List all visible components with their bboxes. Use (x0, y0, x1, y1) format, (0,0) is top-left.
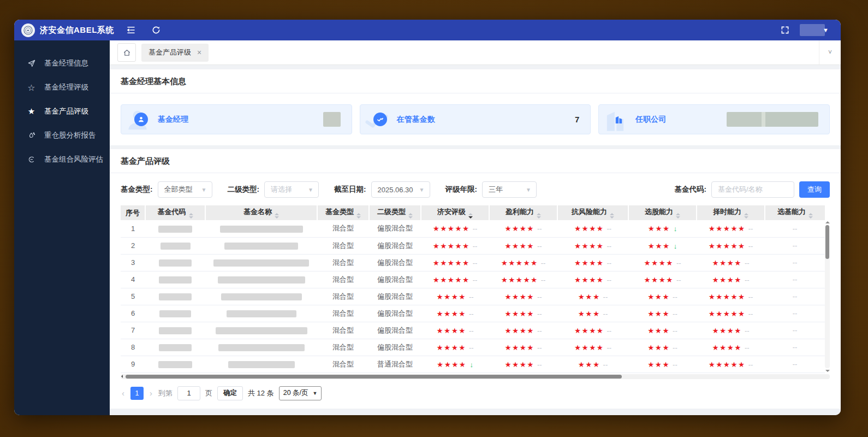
cell-fund-type: 混合型 (317, 356, 369, 373)
column-header[interactable]: 择时能力 (697, 205, 765, 220)
table-row[interactable]: 9混合型普通混合型★★★★↓★★★★--★★★--★★★--★★★★★---- (121, 356, 825, 373)
trend-down-icon: ↓ (674, 242, 677, 250)
table-row[interactable]: 6混合型偏股混合型★★★★--★★★★--★★★--★★★--★★★★★---- (121, 305, 825, 322)
tab-close-icon[interactable]: × (197, 48, 201, 57)
cell-fund-subtype: 偏股混合型 (369, 322, 421, 339)
tab-label: 基金产品评级 (148, 48, 191, 57)
collapse-menu-icon[interactable] (126, 25, 136, 35)
select-caret-icon: ▼ (313, 391, 318, 396)
star-rating: ★★★ (647, 293, 670, 301)
table-row[interactable]: 2混合型偏股混合型★★★★★--★★★★--★★★★--★★★↓★★★★★---… (121, 237, 825, 254)
column-header[interactable]: 济安评级 (421, 205, 489, 220)
horizontal-scroll-thumb[interactable] (126, 375, 622, 379)
tab-fund-product-rating[interactable]: 基金产品评级 × (141, 44, 209, 62)
cell-fund-code-redacted (145, 305, 205, 322)
trend-none: -- (607, 242, 611, 250)
sidebar-item[interactable]: ☆基金经理评级 (14, 75, 110, 99)
cell-timing-rating: ★★★★-- (697, 271, 765, 288)
building-icon (612, 113, 626, 126)
star-rating: ★★★★ (437, 361, 466, 369)
star-rating: ★★★★ (504, 293, 534, 301)
column-header[interactable]: 抗风险能力 (557, 205, 628, 220)
sort-icon[interactable] (676, 213, 680, 218)
column-header[interactable]: 盈利能力 (489, 205, 557, 220)
column-header[interactable]: 选基能力 (765, 205, 825, 220)
cell-timing-rating: ★★★★-- (697, 339, 765, 356)
table-row[interactable]: 1混合型偏股混合型★★★★★--★★★★--★★★★--★★★↓★★★★★---… (121, 220, 825, 237)
star-rating: ★★★★ (574, 242, 604, 250)
fund-code-input[interactable]: 基金代码/名称 (711, 181, 794, 198)
sort-icon[interactable] (808, 213, 813, 218)
sort-icon[interactable] (744, 213, 748, 218)
cell-stock-rating: ★★★-- (628, 288, 697, 305)
refresh-icon[interactable] (151, 25, 161, 35)
page-size-select[interactable]: 20 条/页 ▼ (279, 386, 322, 400)
sort-icon[interactable] (275, 213, 279, 218)
home-icon (123, 49, 131, 57)
cell-jian-rating: ★★★★★-- (421, 271, 489, 288)
prev-page-button[interactable]: ‹ (121, 388, 126, 398)
cell-fund-subtype: 偏股混合型 (369, 237, 421, 254)
table-row[interactable]: 7混合型偏股混合型★★★★--★★★★--★★★★--★★★--★★★★---- (121, 322, 825, 339)
column-header[interactable]: 基金类型 (317, 205, 369, 220)
filter-select[interactable]: 请选择▼ (264, 181, 319, 198)
sidebar-item[interactable]: 重仓股分析报告 (14, 123, 110, 147)
cell-profit-rating: ★★★★-- (489, 288, 557, 305)
tabbar-dropdown-icon[interactable]: ˅ (819, 40, 841, 64)
vertical-scrollbar[interactable] (825, 221, 830, 372)
star-rating: ★★★★★ (433, 225, 470, 233)
trend-none: -- (469, 293, 474, 301)
filter-select-value: 三年 (489, 185, 503, 194)
sort-icon[interactable] (356, 213, 361, 218)
star-rating: ★★★★★ (709, 293, 746, 301)
sort-icon[interactable] (610, 213, 614, 218)
filter-group: 二级类型:请选择▼ (228, 181, 319, 198)
fullscreen-icon[interactable] (780, 25, 790, 35)
horizontal-scrollbar[interactable] (121, 374, 830, 379)
cell-risk-rating: ★★★★-- (557, 339, 628, 356)
home-tab-button[interactable] (117, 43, 136, 62)
star-rating: ★★★★★ (709, 310, 746, 318)
star-rating: ★★★★ (574, 276, 604, 284)
cell-profit-rating: ★★★★-- (489, 356, 557, 373)
star-rating: ★★★ (647, 310, 670, 318)
app-title: 济安金信ABEL系统 (40, 25, 114, 36)
search-button[interactable]: 查询 (799, 181, 830, 198)
filter-group: 截至日期:2025.06.30▼ (334, 181, 430, 198)
confirm-page-button[interactable]: 确定 (217, 386, 243, 400)
sidebar-item[interactable]: ★基金产品评级 (14, 99, 110, 123)
column-header[interactable]: 选股能力 (628, 205, 697, 220)
cell-risk-rating: ★★★★-- (557, 237, 628, 254)
vertical-scroll-thumb[interactable] (825, 225, 829, 259)
next-page-button[interactable]: › (148, 388, 153, 398)
page-1-button[interactable]: 1 (130, 387, 144, 400)
chevron-down-icon: ▼ (308, 187, 313, 193)
send-icon (27, 59, 36, 68)
cell-fund-select-rating: -- (765, 220, 825, 237)
scroll-left-icon[interactable] (121, 375, 123, 378)
cell-profit-rating: ★★★★-- (489, 305, 557, 322)
sidebar-item[interactable]: 基金经理信息 (14, 51, 110, 75)
page-jump-input[interactable]: 1 (177, 386, 200, 400)
table-row[interactable]: 3混合型偏股混合型★★★★★--★★★★★--★★★★--★★★★--★★★★-… (121, 254, 825, 271)
sort-icon[interactable] (189, 213, 193, 218)
scroll-up-icon[interactable] (825, 221, 830, 223)
sort-icon[interactable] (537, 213, 541, 218)
scroll-down-icon[interactable] (825, 370, 830, 372)
table-row[interactable]: 5混合型偏股混合型★★★★--★★★★--★★★--★★★--★★★★★---- (121, 288, 825, 305)
filter-select[interactable]: 三年▼ (482, 181, 537, 198)
filter-select[interactable]: 全部类型▼ (158, 181, 212, 198)
column-header[interactable]: 基金代码 (145, 205, 205, 220)
star-rating: ★★★★ (712, 344, 741, 352)
sidebar-item[interactable]: 基金组合风险评估 (14, 147, 110, 172)
filter-select[interactable]: 2025.06.30▼ (371, 181, 430, 198)
table-row[interactable]: 4混合型偏股混合型★★★★★--★★★★★--★★★★--★★★★--★★★★-… (121, 271, 825, 288)
cell-fund-select-rating: -- (765, 356, 825, 373)
sort-icon[interactable] (468, 213, 473, 218)
table-row[interactable]: 8混合型偏股混合型★★★★--★★★★--★★★★--★★★--★★★★---- (121, 339, 825, 356)
user-menu[interactable]: ▼ (800, 24, 829, 36)
column-header[interactable]: 基金名称 (205, 205, 317, 220)
trend-none: -- (607, 327, 611, 335)
sort-icon[interactable] (408, 213, 413, 218)
column-header[interactable]: 二级类型 (369, 205, 421, 220)
